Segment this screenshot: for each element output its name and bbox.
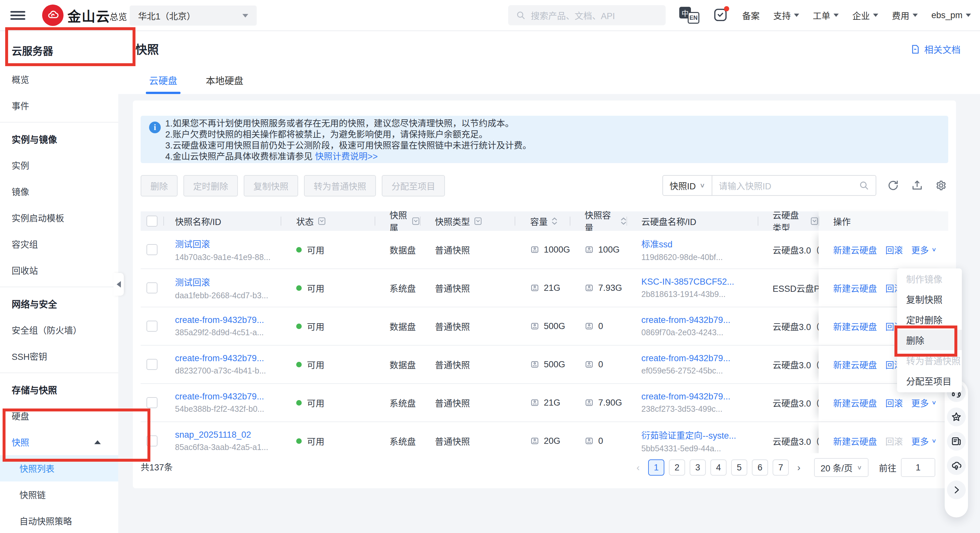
- sidebar-subitem-快照链[interactable]: 快照链: [0, 482, 118, 508]
- snapshot-name-link[interactable]: snap_20251118_02: [175, 430, 281, 440]
- nav-beian[interactable]: 备案: [742, 9, 760, 22]
- disk-name-link[interactable]: create-from-9432b79...: [641, 353, 758, 364]
- tab-local-disk[interactable]: 本地硬盘: [206, 73, 243, 94]
- scheduled-delete-button[interactable]: 定时删除: [183, 175, 238, 196]
- create-disk-action[interactable]: 新建云硬盘: [833, 358, 877, 371]
- row-checkbox[interactable]: [146, 397, 158, 408]
- star-icon[interactable]: [947, 407, 966, 426]
- menu-item-删除[interactable]: 删除: [897, 330, 962, 350]
- page-size-select[interactable]: 20 条/页∨: [814, 458, 869, 477]
- region-selector[interactable]: 华北1（北京）: [130, 5, 257, 26]
- snapshot-name-link[interactable]: create-from-9432b79...: [175, 353, 281, 364]
- disk-name-link[interactable]: 衍茹验证重定向--syste...: [641, 429, 758, 441]
- assign-project-button[interactable]: 分配至项目: [382, 175, 445, 196]
- export-icon[interactable]: [910, 178, 924, 193]
- page-button-5[interactable]: 5: [731, 460, 747, 476]
- nav-overview[interactable]: 总览: [110, 10, 127, 23]
- sidebar-item-容灾组[interactable]: 容灾组: [0, 231, 118, 257]
- search-icon[interactable]: [859, 180, 869, 191]
- refresh-icon[interactable]: [886, 178, 900, 193]
- menu-item-复制快照[interactable]: 复制快照: [897, 289, 962, 309]
- global-search-input[interactable]: 搜索产品、文档、API: [508, 5, 666, 25]
- more-action[interactable]: 更多∨: [911, 435, 937, 447]
- more-action[interactable]: 更多∨: [911, 396, 937, 409]
- convert-normal-snapshot-button[interactable]: 转为普通快照: [304, 175, 376, 196]
- sidebar-subitem-快照列表[interactable]: 快照列表: [0, 455, 118, 482]
- disk-name-link[interactable]: create-from-9432b79...: [641, 392, 758, 402]
- column-settings-gear-icon[interactable]: [934, 178, 948, 193]
- snapshot-name-link[interactable]: create-from-9432b79...: [175, 315, 281, 325]
- next-page-icon[interactable]: ›: [793, 462, 804, 473]
- sidebar-collapse-handle[interactable]: [113, 273, 124, 296]
- sidebar-subitem-自动快照策略[interactable]: 自动快照策略: [0, 508, 118, 533]
- sidebar-item-事件[interactable]: 事件: [0, 93, 118, 119]
- row-checkbox[interactable]: [146, 359, 158, 370]
- menu-item-定时删除[interactable]: 定时删除: [897, 309, 962, 330]
- create-disk-action[interactable]: 新建云硬盘: [833, 244, 877, 256]
- create-disk-action[interactable]: 新建云硬盘: [833, 282, 877, 294]
- sidebar-item-回收站[interactable]: 回收站: [0, 257, 118, 283]
- nav-billing[interactable]: 费用: [892, 9, 918, 22]
- nav-ticket[interactable]: 工单: [813, 9, 839, 22]
- row-checkbox[interactable]: [146, 244, 158, 255]
- row-checkbox[interactable]: [146, 282, 158, 294]
- snapshot-name-link[interactable]: 测试回滚: [175, 276, 281, 288]
- goto-page-input[interactable]: 1: [901, 458, 935, 477]
- sidebar-item-实例启动模板[interactable]: 实例启动模板: [0, 204, 118, 231]
- news-icon[interactable]: [947, 432, 966, 451]
- sort-icon[interactable]: [620, 217, 627, 225]
- tab-cloud-disk[interactable]: 云硬盘: [149, 73, 177, 94]
- snapshot-id-input[interactable]: 请输入快照ID: [712, 179, 876, 192]
- snapshot-name-link[interactable]: 测试回滚: [175, 237, 281, 250]
- sidebar-item-镜像[interactable]: 镜像: [0, 178, 118, 204]
- rollback-action[interactable]: 回滚: [885, 244, 903, 256]
- rollback-action[interactable]: 回滚: [885, 396, 903, 409]
- filter-icon[interactable]: [412, 217, 420, 225]
- row-checkbox[interactable]: [146, 436, 158, 447]
- row-checkbox[interactable]: [146, 321, 158, 332]
- filter-icon[interactable]: [474, 217, 482, 225]
- disk-name-link[interactable]: KSC-IN-3857CBCF52...: [641, 277, 758, 287]
- page-button-6[interactable]: 6: [752, 460, 768, 476]
- disk-name-link[interactable]: create-from-9432b79...: [641, 315, 758, 325]
- delete-button[interactable]: 删除: [141, 175, 178, 196]
- copy-snapshot-button[interactable]: 复制快照: [244, 175, 298, 196]
- more-action[interactable]: 更多∨: [911, 244, 937, 256]
- sidebar-item-安全组（防火墙）[interactable]: 安全组（防火墙）: [0, 317, 118, 343]
- sidebar-item-实例[interactable]: 实例: [0, 152, 118, 178]
- hamburger-menu-icon[interactable]: [10, 9, 25, 22]
- sidebar-item-快照[interactable]: 快照: [0, 429, 118, 455]
- rollback-action[interactable]: 回滚: [885, 435, 903, 447]
- related-docs-link[interactable]: 相关文档: [910, 43, 961, 56]
- menu-item-分配至项目[interactable]: 分配至项目: [897, 370, 962, 391]
- create-disk-action[interactable]: 新建云硬盘: [833, 320, 877, 333]
- sort-icon[interactable]: [552, 217, 557, 225]
- snapshot-name-link[interactable]: create-from-9432b79...: [175, 392, 281, 402]
- filter-icon[interactable]: [810, 217, 819, 225]
- page-button-1[interactable]: 1: [648, 460, 664, 476]
- account-menu[interactable]: ebs_pm: [931, 10, 971, 21]
- create-disk-action[interactable]: 新建云硬盘: [833, 435, 877, 447]
- select-all-checkbox[interactable]: [146, 215, 158, 227]
- nav-enterprise[interactable]: 企业: [852, 9, 878, 22]
- search-field-select[interactable]: 快照ID∨: [663, 176, 712, 195]
- prev-page-icon[interactable]: ‹: [633, 462, 644, 473]
- filter-icon[interactable]: [318, 217, 326, 225]
- sidebar-item-硬盘[interactable]: 硬盘: [0, 403, 118, 429]
- nav-support[interactable]: 支持: [773, 9, 799, 22]
- page-button-7[interactable]: 7: [773, 460, 789, 476]
- notification-icon[interactable]: [713, 7, 729, 24]
- language-switch-icon[interactable]: 中EN: [679, 7, 699, 24]
- sidebar-item-概览[interactable]: 概览: [0, 66, 118, 93]
- status-dot-icon: [296, 362, 302, 367]
- billing-doc-link[interactable]: 快照计费说明>>: [315, 152, 378, 161]
- disk-name-link[interactable]: 标准ssd: [641, 237, 758, 250]
- brand-logo[interactable]: 金山云: [42, 5, 110, 26]
- page-button-2[interactable]: 2: [669, 460, 685, 476]
- page-button-3[interactable]: 3: [690, 460, 706, 476]
- chevron-right-icon[interactable]: [947, 480, 966, 499]
- page-button-4[interactable]: 4: [710, 460, 727, 476]
- sidebar-item-SSH密钥[interactable]: SSH密钥: [0, 343, 118, 369]
- create-disk-action[interactable]: 新建云硬盘: [833, 396, 877, 409]
- cloud-bell-icon[interactable]: [947, 456, 966, 475]
